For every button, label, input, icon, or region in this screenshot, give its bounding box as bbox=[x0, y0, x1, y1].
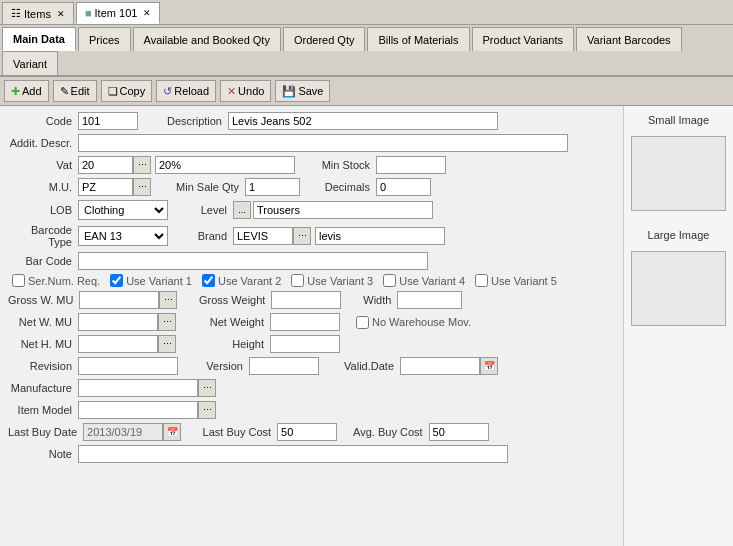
tab-variant[interactable]: Variant bbox=[2, 51, 58, 75]
window-tab-items[interactable]: ☷ Items ✕ bbox=[2, 2, 74, 24]
last-buy-cost-input[interactable] bbox=[277, 423, 337, 441]
decimals-input[interactable] bbox=[376, 178, 431, 196]
item-model-label: Item Model bbox=[8, 404, 78, 416]
use-variant4-checkbox[interactable] bbox=[383, 274, 396, 287]
copy-button[interactable]: ❏ Copy bbox=[101, 80, 153, 102]
barcode-val-row: Bar Code bbox=[8, 252, 615, 270]
gross-w-mu-icon[interactable]: ⋯ bbox=[159, 291, 177, 309]
lob-row: LOB Clothing Level ... bbox=[8, 200, 615, 220]
addit-descr-row: Addit. Descr. bbox=[8, 134, 615, 152]
description-input[interactable] bbox=[228, 112, 498, 130]
vat-pct-input[interactable] bbox=[155, 156, 295, 174]
code-row: Code Description bbox=[8, 112, 615, 130]
window-tab-item101[interactable]: ■ Item 101 ✕ bbox=[76, 2, 160, 24]
use-variant5-label: Use Variant 5 bbox=[491, 275, 557, 287]
manufacture-lookup-icon[interactable]: ⋯ bbox=[198, 379, 216, 397]
gross-w-row: Gross W. MU ⋯ Gross Weight Width bbox=[8, 291, 615, 309]
bar-code-input[interactable] bbox=[78, 252, 428, 270]
net-h-mu-label: Net H. MU bbox=[8, 338, 78, 350]
version-label: Version bbox=[194, 360, 249, 372]
edit-label: Edit bbox=[71, 85, 90, 97]
net-w-mu-icon[interactable]: ⋯ bbox=[158, 313, 176, 331]
valid-date-input[interactable] bbox=[400, 357, 480, 375]
level-browse-icon[interactable]: ... bbox=[233, 201, 251, 219]
tab-available-booked-label: Available and Booked Qty bbox=[144, 34, 270, 46]
tab-available-booked[interactable]: Available and Booked Qty bbox=[133, 27, 281, 51]
barcode-type-select[interactable]: EAN 13 bbox=[78, 226, 168, 246]
gross-weight-label: Gross Weight bbox=[193, 294, 271, 306]
vat-input[interactable] bbox=[78, 156, 133, 174]
use-variant5-checkbox[interactable] bbox=[475, 274, 488, 287]
level-input[interactable] bbox=[253, 201, 433, 219]
net-h-mu-input[interactable] bbox=[78, 335, 158, 353]
addit-descr-input[interactable] bbox=[78, 134, 568, 152]
description-label: Description bbox=[158, 115, 228, 127]
window-tab-item101-label: Item 101 bbox=[95, 7, 138, 19]
tab-main-data-label: Main Data bbox=[13, 33, 65, 45]
copy-label: Copy bbox=[120, 85, 146, 97]
net-weight-input[interactable] bbox=[270, 313, 340, 331]
gross-weight-input[interactable] bbox=[271, 291, 341, 309]
close-icon-item[interactable]: ✕ bbox=[143, 8, 151, 18]
height-input[interactable] bbox=[270, 335, 340, 353]
brand-name-input[interactable] bbox=[315, 227, 445, 245]
brand-lookup-icon[interactable]: ⋯ bbox=[293, 227, 311, 245]
tab-bom[interactable]: Bills of Materials bbox=[367, 27, 469, 51]
min-sale-qty-input[interactable] bbox=[245, 178, 300, 196]
code-input[interactable] bbox=[78, 112, 138, 130]
barcode-type-label: BarcodeType bbox=[8, 224, 78, 248]
undo-button[interactable]: ✕ Undo bbox=[220, 80, 271, 102]
edit-button[interactable]: ✎ Edit bbox=[53, 80, 97, 102]
use-variant2-checkbox[interactable] bbox=[202, 274, 215, 287]
item-model-input[interactable] bbox=[78, 401, 198, 419]
reload-button[interactable]: ↺ Reload bbox=[156, 80, 216, 102]
net-w-mu-input[interactable] bbox=[78, 313, 158, 331]
use-variant2-item: Use Varant 2 bbox=[202, 274, 281, 287]
net-w-row: Net W. MU ⋯ Net Weight No Warehouse Mov. bbox=[8, 313, 615, 331]
add-button[interactable]: ✚ Add bbox=[4, 80, 49, 102]
tab-main-data[interactable]: Main Data bbox=[2, 27, 76, 51]
tab-product-variants-label: Product Variants bbox=[483, 34, 564, 46]
item-model-lookup-icon[interactable]: ⋯ bbox=[198, 401, 216, 419]
net-weight-label: Net Weight bbox=[192, 316, 270, 328]
use-variant1-item: Use Variant 1 bbox=[110, 274, 192, 287]
net-h-mu-icon[interactable]: ⋯ bbox=[158, 335, 176, 353]
min-stock-input[interactable] bbox=[376, 156, 446, 174]
revision-input[interactable] bbox=[78, 357, 178, 375]
manufacture-label: Manufacture bbox=[8, 382, 78, 394]
manufacture-row: Manufacture ⋯ bbox=[8, 379, 615, 397]
last-buy-date-input[interactable] bbox=[83, 423, 163, 441]
level-label: Level bbox=[188, 204, 233, 216]
lob-select[interactable]: Clothing bbox=[78, 200, 168, 220]
last-buy-date-calendar-icon[interactable]: 📅 bbox=[163, 423, 181, 441]
use-variant1-checkbox[interactable] bbox=[110, 274, 123, 287]
version-input[interactable] bbox=[249, 357, 319, 375]
tab-product-variants[interactable]: Product Variants bbox=[472, 27, 575, 51]
save-icon: 💾 bbox=[282, 85, 296, 98]
grid-icon: ☷ bbox=[11, 7, 21, 20]
tab-ordered-qty[interactable]: Ordered Qty bbox=[283, 27, 366, 51]
use-variant5-item: Use Variant 5 bbox=[475, 274, 557, 287]
save-button[interactable]: 💾 Save bbox=[275, 80, 330, 102]
close-icon[interactable]: ✕ bbox=[57, 9, 65, 19]
tab-variant-barcodes[interactable]: Variant Barcodes bbox=[576, 27, 682, 51]
net-w-mu-label: Net W. MU bbox=[8, 316, 78, 328]
manufacture-input[interactable] bbox=[78, 379, 198, 397]
vat-lookup-icon[interactable]: ⋯ bbox=[133, 156, 151, 174]
note-input[interactable] bbox=[78, 445, 508, 463]
tab-prices[interactable]: Prices bbox=[78, 27, 131, 51]
valid-date-calendar-icon[interactable]: 📅 bbox=[480, 357, 498, 375]
gross-w-mu-input[interactable] bbox=[79, 291, 159, 309]
use-variant3-checkbox[interactable] bbox=[291, 274, 304, 287]
form-area: Code Description Addit. Descr. Vat ⋯ Min… bbox=[0, 106, 623, 546]
mu-input[interactable] bbox=[78, 178, 133, 196]
ser-num-req-checkbox[interactable] bbox=[12, 274, 25, 287]
note-label: Note bbox=[8, 448, 78, 460]
brand-code-input[interactable] bbox=[233, 227, 293, 245]
valid-date-label: Valid.Date bbox=[335, 360, 400, 372]
no-warehouse-checkbox[interactable] bbox=[356, 316, 369, 329]
width-input[interactable] bbox=[397, 291, 462, 309]
mu-lookup-icon[interactable]: ⋯ bbox=[133, 178, 151, 196]
mu-label: M.U. bbox=[8, 181, 78, 193]
avg-buy-cost-input[interactable] bbox=[429, 423, 489, 441]
